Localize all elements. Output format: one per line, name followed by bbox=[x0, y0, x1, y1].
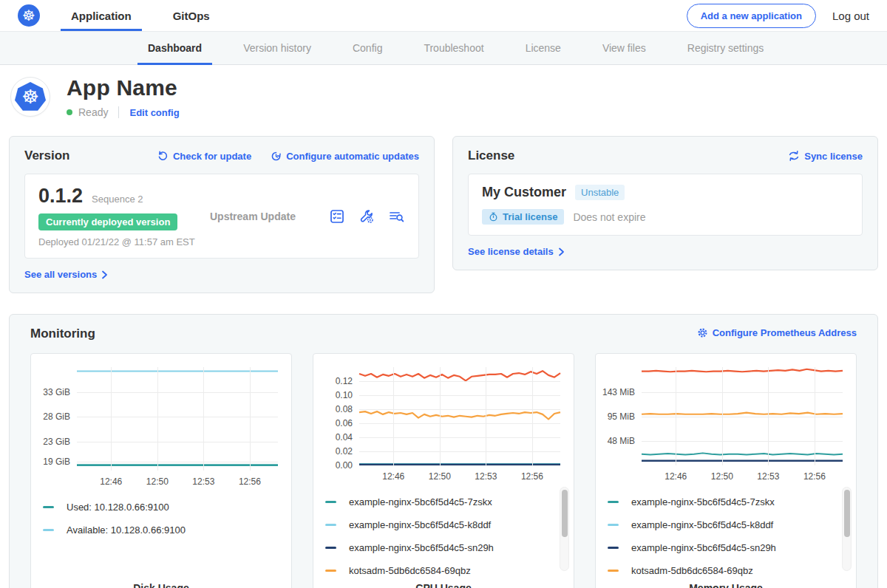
nav-tab-application[interactable]: Application bbox=[53, 0, 149, 31]
chevron-right-icon bbox=[558, 247, 565, 256]
sync-license-link[interactable]: Sync license bbox=[788, 150, 863, 162]
version-card: Version Check for update Configure autom… bbox=[9, 136, 435, 293]
tab-registry-settings[interactable]: Registry settings bbox=[667, 32, 784, 64]
disk-usage-chart-card: 33 GiB28 GiB23 GiB19 GiB12:4612:5012:531… bbox=[30, 353, 292, 588]
tab-view-files-label: View files bbox=[602, 42, 646, 54]
x-gridline bbox=[203, 367, 204, 471]
memory-usage-chart-title: Memory Usage bbox=[596, 582, 856, 588]
series-line bbox=[642, 413, 843, 414]
legend-label: Used: 10.128.0.66:9100 bbox=[67, 502, 169, 513]
sync-license-label: Sync license bbox=[804, 151, 863, 162]
license-details-box: My Customer Unstable Trial license Does … bbox=[468, 174, 863, 236]
y-axis-tick-label: 143 MiB bbox=[602, 387, 635, 397]
add-application-button[interactable]: Add a new application bbox=[687, 4, 816, 28]
x-gridline bbox=[486, 367, 486, 465]
see-all-versions-link[interactable]: See all versions bbox=[24, 269, 108, 280]
x-axis-tick-label: 12:50 bbox=[146, 476, 169, 487]
x-axis-tick-label: 12:56 bbox=[803, 471, 826, 482]
x-axis-tick-label: 12:56 bbox=[239, 476, 261, 487]
y-gridline bbox=[77, 417, 278, 417]
top-nav: ☸ Application GitOps Add a new applicati… bbox=[0, 0, 887, 31]
x-gridline bbox=[157, 367, 158, 471]
tab-dashboard-label: Dashboard bbox=[148, 42, 202, 54]
configure-automatic-updates-link[interactable]: Configure automatic updates bbox=[271, 151, 419, 162]
nav-logo-wrap[interactable]: ☸ bbox=[0, 0, 53, 31]
tab-license-label: License bbox=[526, 42, 561, 54]
top-nav-right: Add a new application Log out bbox=[687, 0, 887, 31]
x-gridline bbox=[815, 367, 815, 465]
legend-scrollbar[interactable] bbox=[560, 487, 569, 571]
legend-scrollbar[interactable] bbox=[842, 487, 852, 571]
legend-color-dash bbox=[608, 524, 619, 526]
trial-license-label: Trial license bbox=[503, 211, 557, 222]
memory-usage-plot: 143 MiB95 MiB48 MiB12:4612:5012:5312:56 bbox=[642, 367, 843, 465]
preflight-checks-icon[interactable] bbox=[329, 208, 345, 225]
scrollbar-thumb[interactable] bbox=[844, 490, 850, 537]
tab-version-history[interactable]: Version history bbox=[222, 32, 332, 64]
scrollbar-thumb[interactable] bbox=[562, 490, 568, 537]
deployed-timestamp: Deployed 01/21/22 @ 11:57 am EST bbox=[38, 236, 210, 247]
nav-tab-gitops[interactable]: GitOps bbox=[155, 0, 228, 31]
legend-item: kotsadm-5db6dc6584-69qbz bbox=[608, 559, 856, 582]
kubernetes-logo-icon: ☸ bbox=[18, 4, 40, 27]
disk-usage-lines bbox=[77, 367, 278, 471]
legend-color-dash bbox=[43, 529, 54, 531]
y-axis-tick-label: 19 GiB bbox=[43, 457, 70, 467]
legend-item: example-nginx-5bc6f5d4c5-7zskx bbox=[608, 490, 856, 513]
legend-item: kotsadm-5db6dc6584-69qbz bbox=[325, 559, 574, 582]
configure-prometheus-link[interactable]: Configure Prometheus Address bbox=[697, 327, 857, 338]
y-gridline bbox=[77, 462, 278, 462]
cpu-usage-chart-card: 0.120.100.080.060.040.020.0012:4612:5012… bbox=[313, 353, 574, 588]
x-axis-tick-label: 12:50 bbox=[711, 471, 733, 482]
tab-view-files[interactable]: View files bbox=[582, 32, 667, 64]
legend-item: example-nginx-5bc6f5d4c5-7zskx bbox=[325, 490, 574, 513]
view-deploy-logs-icon[interactable] bbox=[388, 208, 405, 225]
legend-color-dash bbox=[325, 501, 336, 503]
x-axis-tick-label: 12:53 bbox=[192, 476, 214, 487]
disk-usage-chart-title: Disk Usage bbox=[31, 582, 291, 588]
refresh-icon bbox=[157, 151, 169, 162]
divider bbox=[118, 106, 119, 118]
y-axis-tick-label: 95 MiB bbox=[608, 411, 635, 422]
logout-button[interactable]: Log out bbox=[832, 10, 869, 22]
y-axis-tick-label: 0.04 bbox=[336, 432, 353, 442]
see-license-details-link[interactable]: See license details bbox=[468, 246, 565, 257]
auto-update-clock-icon bbox=[271, 151, 282, 162]
tab-license[interactable]: License bbox=[505, 32, 582, 64]
license-card-title: License bbox=[468, 148, 514, 163]
tab-config-label: Config bbox=[353, 42, 382, 54]
y-axis-tick-label: 0.06 bbox=[336, 418, 353, 428]
y-gridline bbox=[359, 437, 560, 438]
legend-item: Available: 10.128.0.66:9100 bbox=[43, 519, 291, 541]
edit-config-link[interactable]: Edit config bbox=[129, 107, 179, 118]
x-gridline bbox=[111, 367, 112, 471]
current-version-box: 0.1.2 Sequence 2 Currently deployed vers… bbox=[24, 174, 419, 259]
legend-label: example-nginx-5bc6f5d4c5-sn29h bbox=[631, 542, 776, 553]
tab-troubleshoot[interactable]: Troubleshoot bbox=[403, 32, 504, 64]
x-gridline bbox=[676, 367, 676, 465]
y-gridline bbox=[359, 465, 560, 466]
series-line bbox=[359, 411, 560, 419]
tab-config[interactable]: Config bbox=[332, 32, 403, 64]
version-sequence: Sequence 2 bbox=[92, 194, 143, 205]
tab-dashboard[interactable]: Dashboard bbox=[127, 32, 222, 64]
x-gridline bbox=[722, 367, 723, 465]
y-axis-tick-label: 33 GiB bbox=[43, 387, 70, 397]
edit-config-wrench-icon[interactable] bbox=[358, 208, 375, 225]
status-text: Ready bbox=[78, 106, 108, 118]
version-number: 0.1.2 bbox=[38, 185, 83, 208]
x-gridline bbox=[440, 367, 441, 465]
y-axis-tick-label: 23 GiB bbox=[43, 437, 70, 447]
legend-item: example-nginx-5bc6f5d4c5-sn29h bbox=[325, 536, 574, 559]
legend-color-dash bbox=[608, 570, 619, 572]
check-for-update-link[interactable]: Check for update bbox=[157, 151, 251, 162]
check-for-update-label: Check for update bbox=[173, 151, 251, 162]
y-axis-tick-label: 0.10 bbox=[336, 390, 353, 400]
x-axis-tick-label: 12:46 bbox=[382, 471, 404, 482]
stopwatch-icon bbox=[489, 212, 498, 222]
memory-usage-chart-card: 143 MiB95 MiB48 MiB12:4612:5012:5312:56 … bbox=[595, 353, 857, 588]
top-nav-tabs: Application GitOps bbox=[53, 0, 228, 31]
app-icon: ☸ bbox=[10, 77, 50, 117]
monitoring-card: Monitoring Configure Prometheus Address … bbox=[9, 314, 878, 588]
sync-arrows-icon bbox=[788, 150, 800, 162]
